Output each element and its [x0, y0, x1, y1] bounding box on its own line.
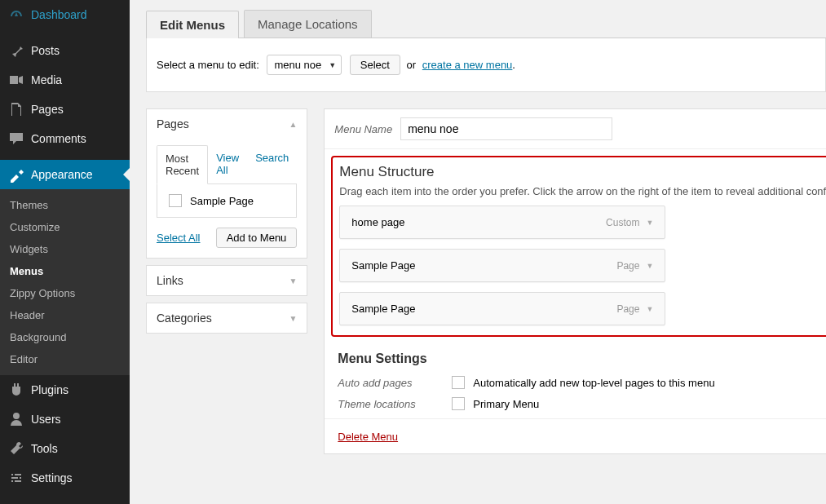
- menu-name-label: Menu Name: [334, 123, 392, 135]
- sidebar-label: Comments: [31, 132, 86, 145]
- page-checkbox-row[interactable]: Sample Page: [157, 184, 297, 218]
- menu-item-title: home page: [351, 216, 404, 228]
- sidebar-item-pages[interactable]: Pages: [0, 95, 130, 124]
- menu-edit-panel: Menu Name Menu Structure Drag each item …: [324, 108, 826, 454]
- sidebar-label: Pages: [31, 103, 64, 116]
- sidebar-item-users[interactable]: Users: [0, 405, 130, 434]
- checkbox-sample-page[interactable]: [169, 194, 182, 207]
- sidebar-subitem-header[interactable]: Header: [0, 304, 130, 326]
- tab-edit-menus[interactable]: Edit Menus: [146, 11, 239, 38]
- pages-filter-tabs: Most Recent View All Search: [157, 145, 297, 184]
- menu-item-title: Sample Page: [351, 303, 415, 315]
- menu-item[interactable]: Sample Page Page▼: [339, 292, 665, 325]
- links-metabox-title: Links: [157, 274, 183, 287]
- links-metabox: Links ▼: [146, 265, 307, 296]
- menu-item-type: Custom: [606, 217, 639, 228]
- sidebar-label: Plugins: [31, 383, 68, 396]
- menu-structure-hint: Drag each item into the order you prefer…: [339, 185, 826, 197]
- sidebar-subitem-zippy[interactable]: Zippy Options: [0, 282, 130, 304]
- chevron-down-icon[interactable]: ▼: [646, 219, 653, 227]
- page-item-label: Sample Page: [190, 195, 254, 207]
- comment-icon: [8, 130, 24, 147]
- auto-add-label: Auto add pages: [338, 377, 452, 389]
- select-menu-label: Select a menu to edit:: [157, 59, 259, 71]
- nav-tabs: Edit Menus Manage Locations: [146, 10, 826, 38]
- tab-search[interactable]: Search: [247, 145, 297, 183]
- sidebar-item-dashboard[interactable]: Dashboard: [0, 0, 130, 29]
- chevron-down-icon[interactable]: ▼: [646, 305, 653, 313]
- sidebar-item-comments[interactable]: Comments: [0, 124, 130, 153]
- sidebar-subitem-customize[interactable]: Customize: [0, 216, 130, 238]
- chevron-up-icon: ▲: [289, 120, 297, 129]
- menu-structure-title: Menu Structure: [339, 164, 826, 180]
- sidebar-submenu: Themes Customize Widgets Menus Zippy Opt…: [0, 189, 130, 375]
- delete-menu-link[interactable]: Delete Menu: [338, 431, 398, 443]
- categories-metabox-toggle[interactable]: Categories ▼: [147, 303, 307, 333]
- appearance-icon: [8, 166, 24, 183]
- menu-item[interactable]: Sample Page Page▼: [339, 249, 665, 282]
- chevron-down-icon: ▼: [289, 276, 297, 285]
- sidebar-subitem-menus[interactable]: Menus: [0, 260, 130, 282]
- sidebar-label: Media: [31, 73, 62, 86]
- add-to-menu-button[interactable]: Add to Menu: [216, 228, 298, 248]
- plugin-icon: [8, 382, 24, 398]
- menu-item[interactable]: home page Custom▼: [339, 206, 665, 239]
- links-metabox-toggle[interactable]: Links ▼: [147, 266, 307, 295]
- accordion-column: Pages ▲ Most Recent View All Search Samp…: [146, 108, 307, 454]
- menu-item-title: Sample Page: [351, 259, 415, 272]
- auto-add-text: Automatically add new top-level pages to…: [473, 377, 714, 389]
- tool-icon: [8, 440, 24, 457]
- sidebar-item-settings[interactable]: Settings: [0, 463, 130, 493]
- dashboard-icon: [8, 7, 24, 23]
- menu-select-dropdown[interactable]: menu noe: [267, 55, 342, 75]
- tab-view-all[interactable]: View All: [208, 145, 247, 183]
- sidebar-subitem-themes[interactable]: Themes: [0, 194, 130, 216]
- select-button[interactable]: Select: [350, 55, 400, 75]
- sidebar-label: Appearance: [31, 168, 93, 181]
- main-content: Edit Menus Manage Locations Select a men…: [130, 0, 826, 504]
- menu-selector-row: Select a menu to edit: menu noe Select o…: [146, 38, 826, 92]
- sidebar-subitem-editor[interactable]: Editor: [0, 348, 130, 370]
- categories-metabox-title: Categories: [157, 312, 212, 325]
- menu-item-type: Page: [616, 260, 639, 272]
- select-all-link[interactable]: Select All: [157, 232, 200, 244]
- pin-icon: [8, 42, 24, 59]
- sidebar-item-appearance[interactable]: Appearance: [0, 160, 130, 189]
- user-icon: [8, 411, 24, 427]
- sidebar-item-tools[interactable]: Tools: [0, 434, 130, 463]
- or-text: or: [407, 59, 417, 71]
- checkbox-auto-add[interactable]: [452, 376, 465, 389]
- theme-location-text: Primary Menu: [473, 398, 539, 410]
- pages-metabox-toggle[interactable]: Pages ▲: [147, 109, 307, 139]
- sidebar-label: Settings: [31, 471, 73, 484]
- menu-settings-section: Menu Settings Auto add pages Automatical…: [325, 343, 826, 410]
- menu-name-input[interactable]: [400, 117, 612, 140]
- sidebar-subitem-background[interactable]: Background: [0, 326, 130, 348]
- categories-metabox: Categories ▼: [146, 303, 307, 334]
- chevron-down-icon[interactable]: ▼: [646, 262, 653, 270]
- admin-sidebar: Dashboard Posts Media Pages Comments App…: [0, 0, 130, 504]
- create-new-menu-link[interactable]: create a new menu: [422, 59, 513, 71]
- media-icon: [8, 72, 24, 88]
- chevron-down-icon: ▼: [289, 314, 297, 323]
- menu-structure-highlight: Menu Structure Drag each item into the o…: [331, 156, 826, 337]
- pages-metabox-title: Pages: [157, 117, 189, 130]
- sidebar-label: Posts: [31, 44, 60, 57]
- page-icon: [8, 101, 24, 117]
- checkbox-primary-menu[interactable]: [452, 397, 465, 410]
- tab-manage-locations[interactable]: Manage Locations: [244, 10, 372, 38]
- sidebar-label: Dashboard: [31, 8, 87, 21]
- sidebar-subitem-widgets[interactable]: Widgets: [0, 238, 130, 260]
- tab-most-recent[interactable]: Most Recent: [157, 145, 208, 184]
- sidebar-label: Users: [31, 413, 61, 426]
- theme-locations-label: Theme locations: [338, 398, 452, 410]
- sidebar-label: Tools: [31, 442, 58, 455]
- pages-metabox: Pages ▲ Most Recent View All Search Samp…: [146, 108, 307, 259]
- menu-edit-column: Menu Name Menu Structure Drag each item …: [324, 108, 826, 454]
- settings-icon: [8, 470, 24, 486]
- menu-settings-title: Menu Settings: [338, 351, 826, 366]
- sidebar-item-posts[interactable]: Posts: [0, 36, 130, 65]
- sidebar-item-media[interactable]: Media: [0, 65, 130, 95]
- sidebar-item-plugins[interactable]: Plugins: [0, 375, 130, 405]
- menu-item-type: Page: [616, 303, 639, 315]
